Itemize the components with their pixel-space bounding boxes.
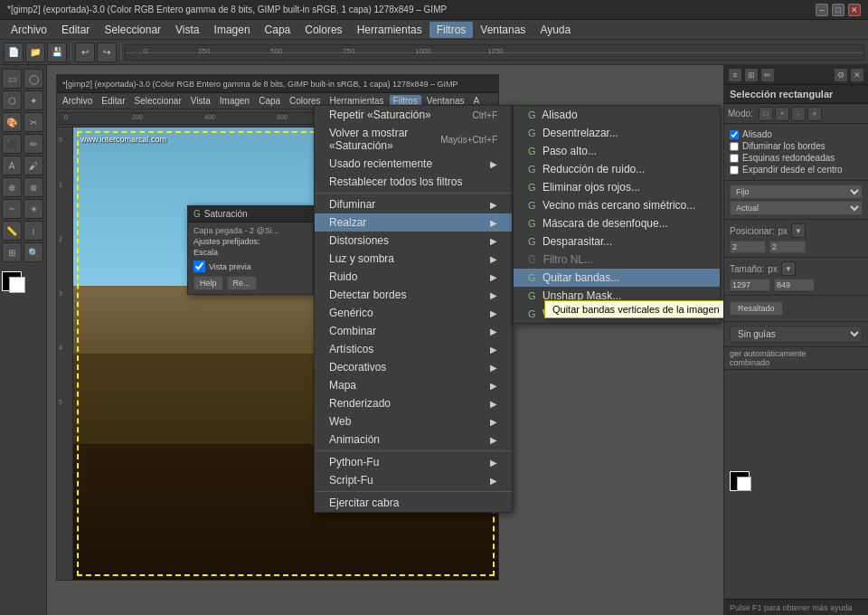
tool-text[interactable]: A [2,156,22,175]
realzar-paso-alto[interactable]: G Paso alto... [514,142,720,160]
proporcion-select[interactable]: Actual [730,201,863,215]
mode-add[interactable]: + [775,107,789,121]
tool-transform[interactable]: ↕ [24,221,43,241]
realzar-mascara[interactable]: G Máscara de desenfoque... [514,214,720,232]
menu-archivo[interactable]: Archivo [4,22,54,38]
sin-guias-select[interactable]: Sin guías [730,326,863,343]
alisado-checkbox[interactable] [730,130,739,139]
inner-menu-editar[interactable]: Editar [98,95,128,107]
open-btn[interactable]: 📁 [25,43,45,62]
filtros-item-distorsiones[interactable]: Distorsiones ▶ [315,232,512,250]
filtros-item-animacion[interactable]: Animación ▶ [315,430,512,449]
filtros-item-repetir[interactable]: Repetir «Saturación» Ctrl+F [315,106,512,124]
realzar-filtronl[interactable]: G Filtro NL... [514,251,720,269]
filtros-item-generico[interactable]: Genérico ▶ [315,304,512,322]
tool-select-by-color[interactable]: 🎨 [2,112,22,132]
inner-menu-vista[interactable]: Vista [187,95,214,107]
tool-scissors[interactable]: ✂ [24,112,43,132]
realzar-alisado[interactable]: G Alisado [514,106,720,124]
tool-zoom[interactable]: 🔍 [24,242,43,262]
menu-vista[interactable]: Vista [168,22,206,38]
menu-imagen[interactable]: Imagen [207,22,258,38]
inner-menu-capa[interactable]: Capa [255,95,284,107]
menu-herramientas[interactable]: Herramientas [350,22,429,38]
tool-foreground-select[interactable]: ⬛ [2,134,22,154]
filtros-item-mapa[interactable]: Mapa ▶ [315,376,512,394]
menu-colores[interactable]: Colores [297,22,349,38]
filtros-item-ruido[interactable]: Ruido ▶ [315,268,512,286]
difuminar-checkbox[interactable] [730,142,739,151]
filtros-item-pythonfu[interactable]: Python-Fu ▶ [315,453,512,471]
tool-path[interactable]: ✏ [24,134,43,154]
realzar-quitar-bandas[interactable]: G Quitar bandas... [514,269,720,287]
resaltado-btn[interactable]: Resaltado [730,301,783,316]
undo-btn[interactable]: ↩ [75,43,95,62]
filtros-item-restablecer[interactable]: Restablecer todos los filtros [315,173,512,191]
sat-re-btn[interactable]: Re... [227,276,257,290]
tool-ellipse-select[interactable]: ◯ [24,69,43,89]
filtros-item-scriptfu[interactable]: Script-Fu ▶ [315,471,512,489]
filtros-item-ejercitar[interactable]: Ejercitar cabra [315,494,512,512]
tool-dodge[interactable]: ☀ [24,199,43,219]
realzar-desparasitar[interactable]: G Desparasitar... [514,232,720,251]
menu-ayuda[interactable]: Ayuda [533,22,578,38]
px2-unit-btn[interactable]: ▼ [781,261,796,276]
filtros-item-realzar[interactable]: Realzar ▶ [315,213,512,232]
realzar-vecino[interactable]: G Vecino más cercano simétrico... [514,196,720,214]
tool-heal[interactable]: ⊕ [2,177,22,197]
panel-settings-icon[interactable]: ⚙ [834,68,848,82]
mode-replace[interactable]: □ [759,107,773,121]
height-input[interactable] [774,279,815,291]
menu-ventanas[interactable]: Ventanas [473,22,533,38]
mode-intersect[interactable]: × [807,107,822,121]
filtros-item-artisticos[interactable]: Artísticos ▶ [315,340,512,358]
esquinas-checkbox[interactable] [730,154,739,163]
filtros-item-usado[interactable]: Usado recientemente ▶ [315,155,512,173]
filtros-item-volver[interactable]: Volver a mostrar «Saturación» Mayús+Ctrl… [315,124,512,155]
tool-free-select[interactable]: ⬡ [2,90,22,110]
expandir-checkbox[interactable] [730,166,739,175]
realzar-desentrelazar[interactable]: G Desentrelazar... [514,124,720,142]
menu-editar[interactable]: Editar [54,22,97,38]
sat-preview-checkbox[interactable] [193,260,205,272]
mode-subtract[interactable]: - [791,107,806,121]
filtros-item-luz[interactable]: Luz y sombra ▶ [315,250,512,268]
save-btn[interactable]: 💾 [47,43,67,62]
panel-layers-icon[interactable]: ≡ [728,68,742,82]
realzar-ojos-rojos[interactable]: G Eliminar ojos rojos... [514,178,720,196]
menu-capa[interactable]: Capa [258,22,298,38]
filtros-item-decorativos[interactable]: Decorativos ▶ [315,358,512,376]
filtros-item-renderizado[interactable]: Renderizado ▶ [315,394,512,412]
tool-paint[interactable]: 🖌 [24,156,43,175]
panel-paths-icon[interactable]: ✏ [760,68,775,82]
inner-menu-archivo[interactable]: Archivo [59,95,96,107]
right-background-color[interactable] [737,477,751,491]
panel-channels-icon[interactable]: ⊞ [744,68,759,82]
inner-menu-imagen[interactable]: Imagen [216,95,253,107]
filtros-item-difuminar[interactable]: Difuminar ▶ [315,195,512,213]
redo-btn[interactable]: ↪ [97,43,117,62]
panel-close-icon[interactable]: ✕ [850,68,864,82]
filtros-item-detectar[interactable]: Detectar bordes ▶ [315,286,512,304]
inner-menu-seleccionar[interactable]: Seleccionar [130,95,184,107]
background-color[interactable] [9,277,25,293]
tool-rect-select[interactable]: ▭ [2,69,22,89]
tool-measure[interactable]: 📏 [2,221,22,241]
tool-fuzzy-select[interactable]: ✦ [24,90,43,110]
menu-seleccionar[interactable]: Seleccionar [97,22,168,38]
minimize-button[interactable]: – [816,4,828,16]
fijo-select[interactable]: Fijo Proporción de aspecto [730,184,863,199]
width-input[interactable] [730,279,770,291]
tool-crop[interactable]: ⊞ [2,242,22,262]
px-unit-btn[interactable]: ▼ [791,223,806,238]
tool-clone[interactable]: ⊗ [24,177,43,197]
filtros-item-combinar[interactable]: Combinar ▶ [315,322,512,340]
realzar-reduccion-ruido[interactable]: G Reducción de ruido... [514,160,720,178]
menu-filtros[interactable]: Filtros [429,22,474,38]
pos-x-input[interactable] [730,241,766,253]
pos-y-input[interactable] [769,241,806,253]
filtros-item-web[interactable]: Web ▶ [315,412,512,430]
sat-help-btn[interactable]: Help [193,276,223,290]
close-button[interactable]: ✕ [848,4,861,16]
new-btn[interactable]: 📄 [4,43,24,62]
